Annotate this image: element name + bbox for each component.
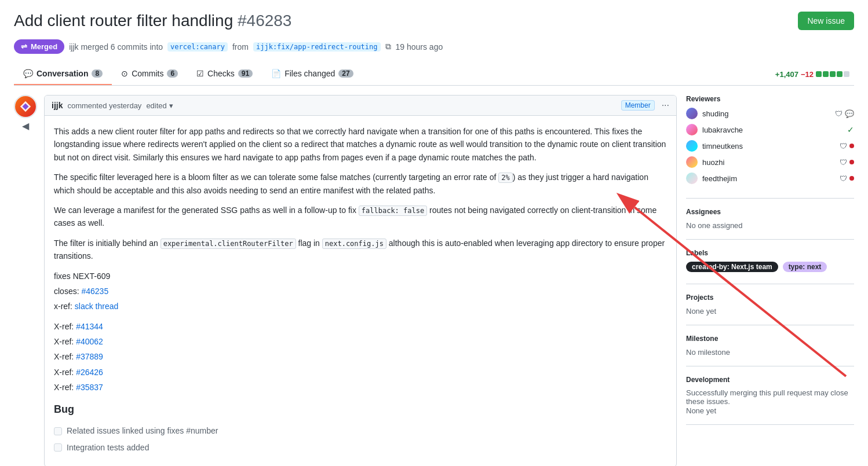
- label-nextjs-team[interactable]: created-by: Next.js team: [686, 262, 778, 272]
- more-options-button[interactable]: ···: [662, 100, 669, 111]
- closes-link[interactable]: #46235: [81, 287, 108, 296]
- time-ago: 19 hours ago: [396, 42, 443, 52]
- checklist: Related issues linked using fixes #numbe…: [54, 424, 667, 454]
- xref-link-1[interactable]: #41344: [76, 322, 103, 331]
- reviewer-lubakravche: lubakravche ✓: [686, 124, 854, 135]
- comment-author: ijjk: [52, 101, 63, 110]
- comment-header-left: ijjk commented yesterday edited ▾: [52, 101, 173, 110]
- xref-link-3[interactable]: #37889: [76, 352, 103, 361]
- reviewer-avatar-shuding: [686, 108, 698, 119]
- tab-checks[interactable]: ☑ Checks 91: [187, 63, 262, 85]
- source-branch-link[interactable]: ijjk:fix/app-redirect-routing: [253, 42, 381, 52]
- status-dot-feedthejim: [849, 176, 854, 181]
- xrefs-list: X-ref: #41344 X-ref: #40062 X-ref: #3788…: [54, 320, 667, 394]
- tab-commits[interactable]: ⊙ Commits 6: [112, 63, 187, 85]
- xref-item-2: X-ref: #40062: [54, 335, 667, 348]
- commits-tab-label: Commits: [132, 69, 163, 78]
- code-nextconfig: next.config.js: [322, 238, 386, 249]
- reviewers-title: Reviewers: [686, 95, 854, 103]
- target-branch-link[interactable]: vercel:canary: [167, 42, 228, 52]
- xref-link-2[interactable]: #40062: [76, 337, 103, 346]
- status-dot-timneutkens: [849, 144, 854, 148]
- reviewer-avatar-timneutkens: [686, 140, 698, 152]
- checklist-label-1: Related issues linked using fixes #numbe…: [67, 424, 218, 437]
- tab-conversation[interactable]: 💬 Conversation 8: [14, 63, 112, 85]
- reviewer-huozhi: huozhi 🛡: [686, 156, 854, 168]
- comment-icon-shuding: 💬: [845, 109, 854, 118]
- projects-title: Projects: [686, 293, 854, 302]
- slack-item: x-ref: slack thread: [54, 300, 667, 313]
- pr-title-text: Add client router filter handling: [14, 12, 233, 30]
- new-issue-button[interactable]: New issue: [798, 12, 854, 30]
- xref-item-1: X-ref: #41344: [54, 320, 667, 333]
- closes-item: closes: #46235: [54, 285, 667, 298]
- milestone-value: No milestone: [686, 348, 730, 357]
- status-dot-huozhi: [849, 160, 854, 164]
- shield-icon-shuding: 🛡: [835, 109, 843, 118]
- main-content: ◀ ijjk commented yesterday edited ▾: [14, 95, 854, 466]
- xref-link-4[interactable]: #26426: [76, 368, 103, 377]
- shield-icon-feedthejim: 🛡: [840, 174, 847, 183]
- reviewer-icons-lubakravche: ✓: [847, 125, 854, 134]
- diff-stats: +1,407 −12: [775, 70, 854, 79]
- merged-badge: ⇌ Merged: [14, 39, 64, 54]
- member-badge: Member: [621, 100, 655, 111]
- diff-block-4: [837, 71, 843, 77]
- comment-paragraph-3: We can leverage a manifest for the gener…: [54, 204, 667, 230]
- labels-container: created-by: Next.js team type: next: [686, 262, 854, 274]
- checkbox-1[interactable]: [54, 427, 62, 435]
- milestone-section: Milestone No milestone: [686, 325, 854, 366]
- pr-number: #46283: [238, 12, 291, 30]
- reviewer-name-feedthejim: feedthejim: [702, 174, 835, 183]
- comment-meta: commented yesterday: [67, 101, 141, 110]
- tab-files-changed[interactable]: 📄 Files changed 27: [262, 63, 363, 85]
- shield-icon-timneutkens: 🛡: [840, 142, 847, 151]
- code-2pct: 2%: [498, 173, 512, 183]
- diff-block-2: [823, 71, 829, 77]
- comment-edited[interactable]: edited ▾: [146, 101, 173, 110]
- reviewer-name-shuding: shuding: [702, 109, 830, 118]
- reviewer-icons-shuding: 🛡 💬: [835, 109, 854, 118]
- copy-branch-icon[interactable]: ⧉: [385, 42, 391, 52]
- diff-block-5: [844, 71, 849, 77]
- reviewer-avatar-feedthejim: [686, 173, 698, 184]
- milestone-title: Milestone: [686, 335, 854, 343]
- sidebar: Reviewers shuding 🛡 💬 lubakravche ✓: [686, 95, 854, 466]
- checkbox-2[interactable]: [54, 443, 62, 452]
- deletions-stat: −12: [801, 70, 814, 79]
- from-text: from: [232, 42, 249, 52]
- xref-item-3: X-ref: #37889: [54, 350, 667, 363]
- reviewer-name-huozhi: huozhi: [702, 158, 835, 167]
- reviewers-section: Reviewers shuding 🛡 💬 lubakravche ✓: [686, 95, 854, 199]
- bug-title: Bug: [54, 401, 667, 418]
- diff-bar: [816, 71, 849, 77]
- comment-paragraph-4: The filter is initially behind an experi…: [54, 237, 667, 263]
- slack-thread-link[interactable]: slack thread: [75, 302, 118, 311]
- projects-value: None yet: [686, 307, 716, 315]
- tabs-bar: 💬 Conversation 8 ⊙ Commits 6 ☑ Checks 91…: [14, 63, 854, 86]
- reviewer-icons-huozhi: 🛡: [840, 158, 854, 167]
- xref-item-4: X-ref: #26426: [54, 366, 667, 379]
- comment-header-right: Member ···: [621, 100, 669, 111]
- labels-title: Labels: [686, 249, 854, 257]
- conversation-tab-count: 8: [92, 69, 103, 78]
- code-fallback: fallback: false: [359, 206, 427, 216]
- collapse-thread-button[interactable]: ◀: [22, 120, 29, 131]
- xref-item-5: X-ref: #35837: [54, 381, 667, 394]
- files-changed-tab-icon: 📄: [271, 69, 281, 78]
- reviewer-icons-timneutkens: 🛡: [840, 142, 854, 151]
- assignees-section: Assignees No one assigned: [686, 199, 854, 240]
- projects-section: Projects None yet: [686, 284, 854, 325]
- pr-metadata: ⇌ Merged ijjk merged 6 commits into verc…: [14, 39, 854, 54]
- development-title: Development: [686, 376, 854, 384]
- label-type-next[interactable]: type: next: [783, 262, 827, 272]
- comment-box: ijjk commented yesterday edited ▾ Member…: [44, 95, 677, 466]
- check-icon-lubakravche: ✓: [847, 125, 854, 134]
- additions-stat: +1,407: [775, 70, 798, 79]
- conversation-tab-icon: 💬: [23, 69, 33, 78]
- xref-link-5[interactable]: #35837: [76, 383, 103, 392]
- checks-tab-count: 91: [238, 69, 253, 78]
- assignees-title: Assignees: [686, 208, 854, 216]
- edited-text: edited: [146, 101, 166, 110]
- assignees-value: No one assigned: [686, 221, 743, 230]
